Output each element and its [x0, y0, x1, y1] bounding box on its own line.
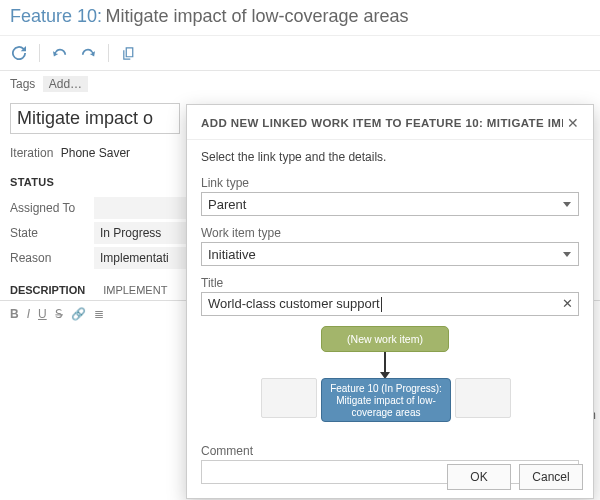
link-type-value: Parent [208, 197, 246, 212]
state-label: State [10, 226, 94, 240]
underline-button[interactable]: U [38, 307, 47, 321]
link-type-select[interactable]: Parent [201, 192, 579, 216]
diagram-right-placeholder [455, 378, 511, 418]
list-icon[interactable]: ≣ [94, 307, 104, 321]
toolbar [0, 36, 600, 71]
copy-icon[interactable] [118, 42, 140, 64]
new-item-badge: (New work item) [321, 326, 449, 352]
bold-button[interactable]: B [10, 307, 19, 321]
clear-icon[interactable]: ✕ [562, 296, 573, 311]
refresh-icon[interactable] [8, 42, 30, 64]
comment-label: Comment [201, 444, 579, 458]
feature-number: Feature 10: [10, 6, 102, 26]
undo-icon[interactable] [49, 42, 71, 64]
add-tag-button[interactable]: Add… [43, 76, 88, 92]
work-item-type-select[interactable]: Initiative [201, 242, 579, 266]
dialog-instruction: Select the link type and the details. [201, 150, 579, 164]
add-linked-work-item-dialog: ADD NEW LINKED WORK ITEM TO FEATURE 10: … [186, 104, 594, 499]
title-input[interactable]: World-class customer support [208, 296, 556, 312]
close-icon[interactable]: ✕ [563, 115, 583, 131]
strike-icon[interactable]: S̶ [55, 307, 63, 321]
ok-button[interactable]: OK [447, 464, 511, 490]
cancel-button[interactable]: Cancel [519, 464, 583, 490]
title-input-wrap: World-class customer support ✕ [201, 292, 579, 316]
assigned-to-label: Assigned To [10, 201, 94, 215]
link-icon[interactable]: 🔗 [71, 307, 86, 321]
link-type-label: Link type [201, 176, 579, 190]
work-item-type-label: Work item type [201, 226, 579, 240]
reason-label: Reason [10, 251, 94, 265]
title-input[interactable]: Mitigate impact o [10, 103, 180, 134]
tags-row: Tags Add… [0, 71, 600, 97]
diagram-target-card: Feature 10 (In Progress): Mitigate impac… [321, 378, 451, 422]
toolbar-divider [108, 44, 109, 62]
tab-description[interactable]: DESCRIPTION [10, 284, 85, 296]
dialog-title: ADD NEW LINKED WORK ITEM TO FEATURE 10: … [201, 117, 563, 129]
iteration-label: Iteration [10, 146, 53, 160]
diagram-left-placeholder [261, 378, 317, 418]
redo-icon[interactable] [77, 42, 99, 64]
tags-label: Tags [10, 77, 35, 91]
work-item-type-value: Initiative [208, 247, 256, 262]
page-header: Feature 10: Mitigate impact of low-cover… [0, 0, 600, 36]
tab-implementation[interactable]: IMPLEMENT [103, 284, 167, 296]
iteration-value[interactable]: Phone Saver [61, 146, 130, 160]
relationship-diagram: (New work item) Feature 10 (In Progress)… [201, 326, 579, 438]
toolbar-divider [39, 44, 40, 62]
arrow-line [384, 352, 386, 374]
italic-button[interactable]: I [27, 307, 30, 321]
feature-title: Mitigate impact of low-coverage areas [105, 6, 408, 26]
title-label: Title [201, 276, 579, 290]
